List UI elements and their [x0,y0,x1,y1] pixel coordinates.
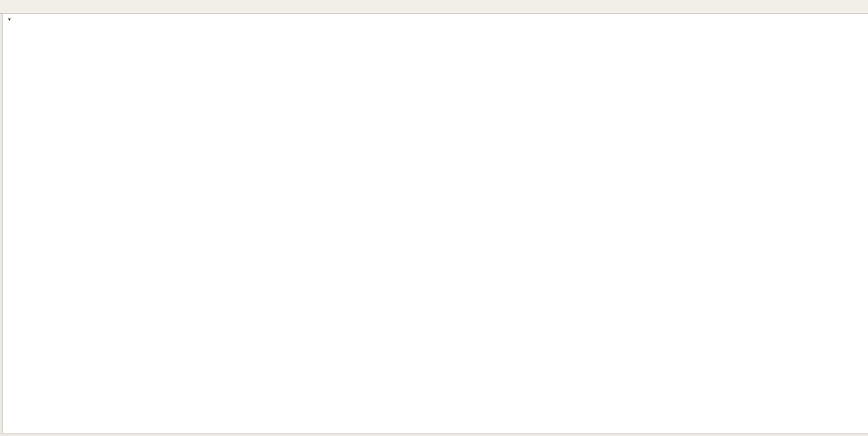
chart-collapse-icon[interactable]: ▼ [7,17,11,22]
mt4-terminal-window: ▼ [0,0,868,436]
chart-title: ▼ [7,17,18,22]
main-toolbar [0,0,868,14]
chart-canvas[interactable] [0,14,868,436]
window-bottom-edge [0,433,868,436]
